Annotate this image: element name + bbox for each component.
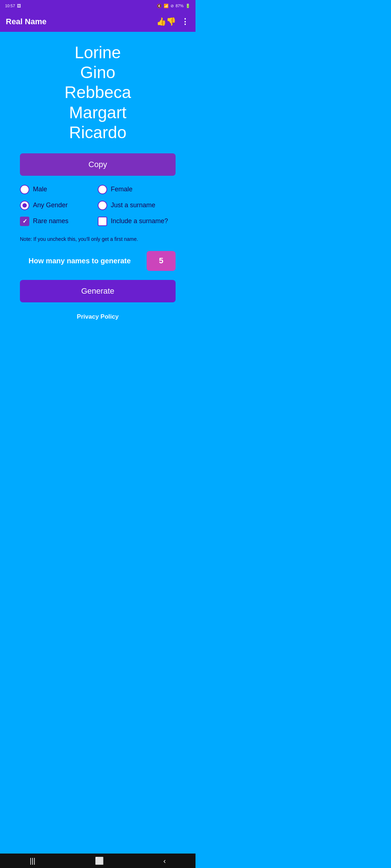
any-gender-radio[interactable] <box>20 201 29 210</box>
names-container: Lorine Gino Rebbeca Margart Ricardo <box>64 43 131 142</box>
status-bar: 10:57 🖼 🔇 📶 ⊘ 87% 🔋 <box>0 0 196 12</box>
dnd-icon: ⊘ <box>171 4 174 8</box>
quantity-value: 5 <box>159 256 163 265</box>
generated-name-4: Margart <box>69 103 126 123</box>
generate-button[interactable]: Generate <box>20 280 176 302</box>
generated-name-3: Rebbeca <box>64 82 131 102</box>
just-surname-label: Just a surname <box>111 201 155 209</box>
any-gender-label: Any Gender <box>33 201 68 209</box>
options-section: Male Female Any Gender Just a surname <box>20 185 176 233</box>
rare-names-checkbox[interactable]: ✓ <box>20 217 29 226</box>
battery-display: 87% <box>176 4 184 8</box>
rare-names-option[interactable]: ✓ Rare names <box>20 217 98 226</box>
gender-row-1: Male Female <box>20 185 176 194</box>
just-surname-radio[interactable] <box>98 201 107 210</box>
just-surname-option[interactable]: Just a surname <box>98 201 176 210</box>
more-options-icon[interactable]: ⋮ <box>181 17 190 26</box>
rare-names-checkmark: ✓ <box>22 218 27 225</box>
male-radio[interactable] <box>20 185 29 194</box>
generated-name-5: Ricardo <box>69 123 127 142</box>
female-label: Female <box>111 186 133 193</box>
checkbox-row: ✓ Rare names Include a surname? <box>20 217 176 226</box>
male-option[interactable]: Male <box>20 185 98 194</box>
app-title: Real Name <box>6 17 47 26</box>
gender-row-2: Any Gender Just a surname <box>20 201 176 210</box>
app-bar-actions: 👍👎 ⋮ <box>156 17 190 26</box>
gallery-icon: 🖼 <box>17 4 21 8</box>
quantity-box[interactable]: 5 <box>147 251 176 271</box>
note-text: Note: If you uncheck this, you'll only g… <box>20 236 176 242</box>
status-time: 10:57 🖼 <box>5 4 21 8</box>
generated-name-2: Gino <box>80 63 115 82</box>
any-gender-option[interactable]: Any Gender <box>20 201 98 210</box>
mute-icon: 🔇 <box>157 4 162 8</box>
include-surname-option[interactable]: Include a surname? <box>98 217 176 226</box>
female-radio[interactable] <box>98 185 107 194</box>
privacy-policy-link[interactable]: Privacy Policy <box>77 313 118 320</box>
female-option[interactable]: Female <box>98 185 176 194</box>
copy-button[interactable]: Copy <box>20 153 176 176</box>
include-surname-checkbox[interactable] <box>98 217 107 226</box>
rare-names-label: Rare names <box>33 217 68 225</box>
app-bar: Real Name 👍👎 ⋮ <box>0 12 196 32</box>
main-content: Lorine Gino Rebbeca Margart Ricardo Copy… <box>0 32 196 420</box>
how-many-label: How many names to generate <box>20 257 139 265</box>
status-icons: 🔇 📶 ⊘ 87% 🔋 <box>157 4 190 8</box>
include-surname-label: Include a surname? <box>111 217 168 225</box>
wifi-icon: 📶 <box>164 4 169 8</box>
male-label: Male <box>33 186 47 193</box>
battery-icon: 🔋 <box>185 4 190 8</box>
any-gender-radio-selected <box>22 203 27 208</box>
generated-name-1: Lorine <box>75 43 121 63</box>
how-many-section: How many names to generate 5 <box>20 251 176 271</box>
thumbs-icon[interactable]: 👍👎 <box>156 17 176 26</box>
time-display: 10:57 <box>5 4 15 8</box>
